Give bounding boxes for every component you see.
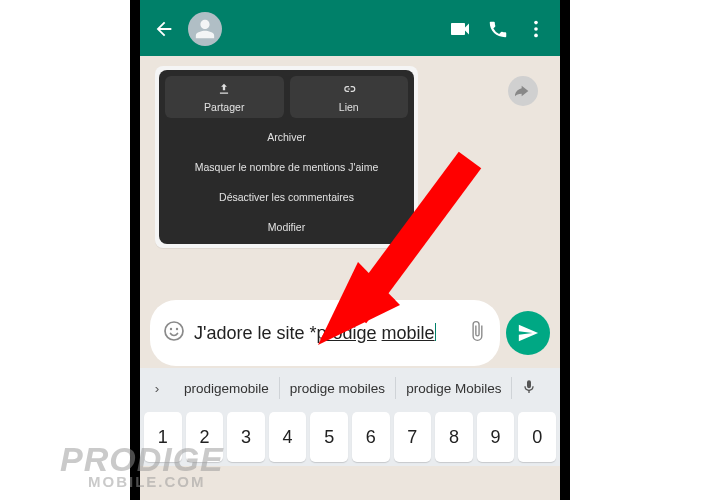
svg-point-5 — [534, 34, 538, 38]
svg-point-7 — [170, 328, 172, 330]
input-underlined-1: prodige — [317, 323, 377, 343]
menu-hide-likes[interactable]: Masquer le nombre de mentions J'aime — [165, 152, 408, 182]
svg-point-3 — [534, 21, 538, 25]
voice-input-button[interactable] — [512, 379, 546, 398]
attach-button[interactable] — [466, 320, 488, 346]
composer-row: J'adore le site *prodige mobile — [150, 300, 550, 366]
svg-point-6 — [165, 322, 183, 340]
watermark-line1: PRODIGE — [60, 444, 224, 475]
key-8[interactable]: 8 — [435, 412, 473, 462]
status-bar: 00:13 ⏰ 80 % — [140, 0, 560, 2]
input-underlined-2: mobile — [382, 323, 435, 343]
key-3[interactable]: 3 — [227, 412, 265, 462]
more-options-button[interactable] — [522, 15, 550, 43]
send-button[interactable] — [506, 311, 550, 355]
key-6[interactable]: 6 — [352, 412, 390, 462]
message-input-container: J'adore le site *prodige mobile — [150, 300, 500, 366]
suggestion-3[interactable]: prodige Mobiles — [396, 377, 512, 399]
watermark: PRODIGE MOBILE.COM — [60, 444, 224, 488]
key-5[interactable]: 5 — [310, 412, 348, 462]
contact-avatar[interactable] — [188, 12, 222, 46]
text-cursor — [435, 323, 437, 341]
menu-share-label: Partager — [204, 101, 244, 113]
chat-area: Partager Lien Archiver Masquer le nombre… — [140, 56, 560, 316]
link-icon — [294, 82, 405, 99]
screen: 00:13 ⏰ 80 % — [140, 0, 560, 500]
svg-point-4 — [534, 27, 538, 31]
suggestion-1[interactable]: prodigemobile — [174, 377, 280, 399]
emoji-button[interactable] — [162, 319, 186, 347]
key-7[interactable]: 7 — [394, 412, 432, 462]
menu-disable-comments[interactable]: Désactiver les commentaires — [165, 182, 408, 212]
watermark-line2: MOBILE.COM — [88, 475, 224, 489]
share-icon — [169, 82, 280, 99]
svg-point-8 — [176, 328, 178, 330]
menu-link[interactable]: Lien — [290, 76, 409, 118]
key-4[interactable]: 4 — [269, 412, 307, 462]
menu-share[interactable]: Partager — [165, 76, 284, 118]
video-call-button[interactable] — [446, 15, 474, 43]
input-prefix: J'adore le site * — [194, 323, 317, 343]
forward-bubble[interactable] — [508, 76, 538, 106]
message-input[interactable]: J'adore le site *prodige mobile — [194, 322, 458, 345]
menu-edit[interactable]: Modifier — [165, 212, 408, 242]
menu-archive[interactable]: Archiver — [165, 122, 408, 152]
voice-call-button[interactable] — [484, 15, 512, 43]
suggestion-2[interactable]: prodige mobiles — [280, 377, 396, 399]
menu-link-label: Lien — [339, 101, 359, 113]
key-0[interactable]: 0 — [518, 412, 556, 462]
phone-frame: 00:13 ⏰ 80 % — [130, 0, 570, 500]
keyboard-suggestions: › prodigemobile prodige mobiles prodige … — [140, 368, 560, 408]
context-menu: Partager Lien Archiver Masquer le nombre… — [159, 70, 414, 244]
app-bar — [140, 2, 560, 56]
expand-suggestions-button[interactable]: › — [140, 381, 174, 396]
key-9[interactable]: 9 — [477, 412, 515, 462]
attached-preview: Partager Lien Archiver Masquer le nombre… — [155, 66, 418, 248]
back-button[interactable] — [150, 15, 178, 43]
